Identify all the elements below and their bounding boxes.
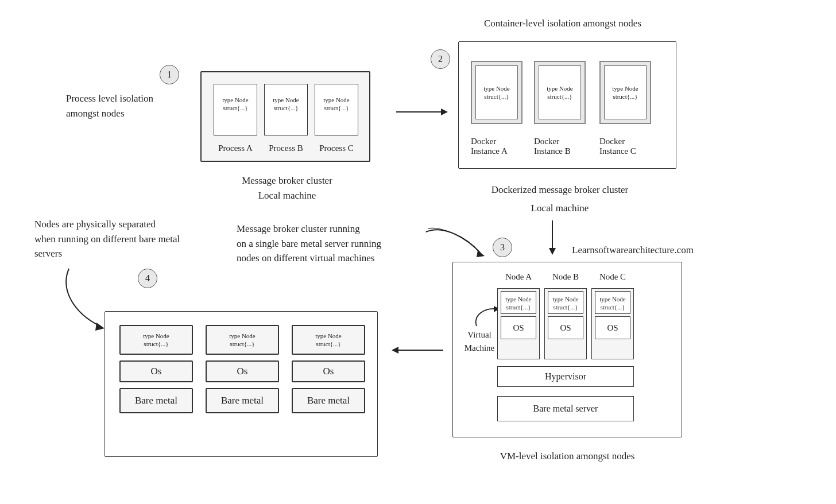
step1-node-c: type Node struct{...} (315, 84, 358, 135)
step4-col-b-node: type Node struct{...} (206, 325, 279, 355)
step2-docker-c: type Node struct{...} (599, 61, 651, 124)
step2-docker-c-text: type Node struct{...} (612, 84, 638, 101)
step-number-1: 1 (167, 69, 172, 80)
svg-marker-1 (441, 108, 448, 115)
step1-node-a: type Node struct{...} (214, 84, 257, 135)
step3-vm-b-os: OS (548, 316, 583, 339)
step3-vm-c: type Node struct{...} OS (591, 288, 634, 359)
step4-col-b-bm: Bare metal (206, 388, 279, 413)
step4-col-c-os: Os (292, 360, 365, 382)
step2-docker-b: type Node struct{...} (534, 61, 586, 124)
step3-hypervisor: Hypervisor (497, 366, 634, 387)
step1-node-b: type Node struct{...} (264, 84, 308, 135)
step2-docker-b-text: type Node struct{...} (547, 84, 573, 101)
step2-docker-c-label: Docker Instance C (599, 137, 657, 156)
step-number-3: 3 (500, 242, 505, 253)
step3-node-a-label: Node A (497, 272, 540, 282)
svg-marker-4 (477, 250, 485, 257)
step1-title: Process level isolation amongst nodes (66, 91, 153, 121)
step4-col-c: type Node struct{...} Os Bare metal (292, 325, 365, 413)
step1-proc-a-label: Process A (210, 144, 261, 153)
arrow-title-to-4 (63, 267, 109, 331)
step3-desc: Message broker cluster running on a sing… (237, 222, 432, 266)
step-marker-2: 2 (431, 49, 450, 69)
step2-docker-a-text: type Node struct{...} (483, 84, 510, 101)
step-marker-3: 3 (493, 238, 512, 257)
arrow-3-to-4 (392, 344, 443, 356)
step4-col-a-os: Os (119, 360, 193, 382)
step1-proc-b-label: Process B (261, 144, 311, 153)
step-marker-1: 1 (160, 65, 179, 84)
step4-col-c-bm: Bare metal (292, 388, 365, 413)
step1-caption1: Message broker cluster (224, 173, 350, 188)
svg-marker-3 (549, 248, 556, 255)
step3-vm-label: Virtual Machine (459, 328, 500, 354)
step4-col-b: type Node struct{...} Os Bare metal (206, 325, 279, 413)
step3-vm-b: type Node struct{...} OS (544, 288, 587, 359)
step4-col-a: type Node struct{...} Os Bare metal (119, 325, 193, 413)
svg-marker-7 (392, 347, 398, 354)
step3-vm-b-node: type Node struct{...} (548, 291, 583, 314)
svg-marker-8 (95, 323, 104, 331)
arrow-vm-label (471, 305, 500, 328)
step3-bare-metal: Bare metal server (497, 396, 634, 421)
arrow-desc-to-3 (425, 227, 488, 262)
step3-vm-c-os: OS (595, 316, 630, 339)
step3-vm-a-os: OS (501, 316, 536, 339)
step-number-4: 4 (145, 273, 150, 284)
arrow-1-to-2 (396, 106, 448, 118)
arrow-2-to-3 (547, 220, 558, 255)
step3-node-b-label: Node B (544, 272, 587, 282)
step-number-2: 2 (438, 54, 443, 64)
step4-title: Nodes are physically separated when runn… (34, 217, 230, 261)
step2-caption2: Local machine (454, 201, 666, 216)
step4-col-a-node: type Node struct{...} (119, 325, 193, 355)
watermark: Learnsoftwarearchitecture.com (572, 243, 694, 258)
step-marker-4: 4 (138, 269, 157, 288)
step1-proc-c-label: Process C (311, 144, 362, 153)
step2-docker-a-label: Docker Instance A (471, 137, 522, 156)
step4-col-b-os: Os (206, 360, 279, 382)
step3-caption: VM-level isolation amongst nodes (452, 449, 682, 464)
step3-vm-c-node: type Node struct{...} (595, 291, 630, 314)
step2-docker-a: type Node struct{...} (471, 61, 522, 124)
step1-caption2: Local machine (224, 188, 350, 203)
step2-docker-b-label: Docker Instance B (534, 137, 586, 156)
step3-vm-a: type Node struct{...} OS (497, 288, 540, 359)
step4-col-c-node: type Node struct{...} (292, 325, 365, 355)
step3-vm-a-node: type Node struct{...} (501, 291, 536, 314)
step4-col-a-bm: Bare metal (119, 388, 193, 413)
step2-caption1: Dockerized message broker cluster (454, 183, 666, 197)
step2-title: Container-level isolation amongst nodes (454, 16, 672, 31)
step3-node-c-label: Node C (591, 272, 634, 282)
